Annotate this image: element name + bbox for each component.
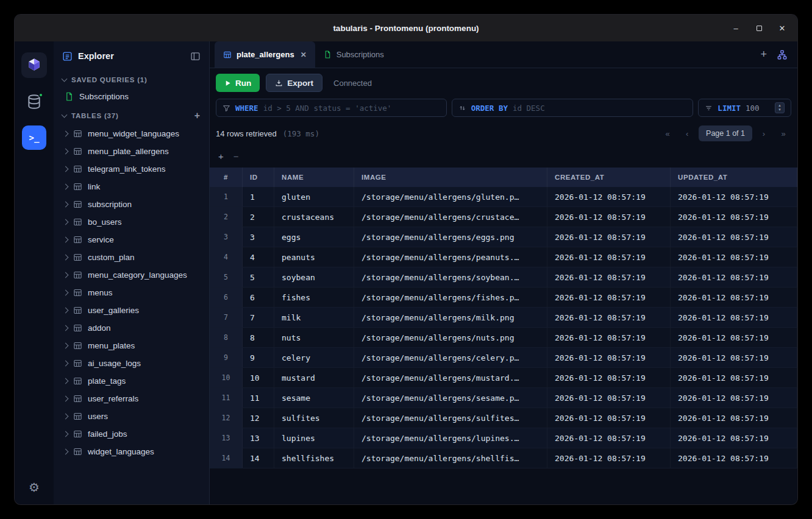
cell-name[interactable]: soybean — [274, 267, 354, 287]
table-item[interactable]: menu_plates — [54, 337, 209, 355]
cell-updated-at[interactable]: 2026-01-12 08:57:19 — [671, 247, 797, 267]
cell-image[interactable]: /storage/menu/allergens/gluten.p… — [354, 187, 547, 207]
cell-id[interactable]: 6 — [243, 288, 274, 307]
column-header-created-at[interactable]: CREATED_AT — [547, 168, 671, 187]
row-number[interactable]: 14 — [210, 448, 243, 468]
cell-image[interactable]: /storage/menu/allergens/celery.p… — [354, 348, 547, 367]
limit-stepper[interactable]: ▲▼ — [775, 102, 785, 113]
table-item[interactable]: menu_category_languages — [54, 266, 209, 284]
table-item[interactable]: widget_languages — [54, 443, 209, 461]
cell-updated-at[interactable]: 2026-01-12 08:57:19 — [671, 368, 797, 387]
last-page-button[interactable]: » — [775, 125, 791, 141]
column-header-image[interactable]: IMAGE — [354, 168, 547, 187]
close-button[interactable]: ✕ — [778, 24, 786, 32]
table-row[interactable]: 12 12 sulfites /storage/menu/allergens/s… — [210, 408, 797, 428]
cell-updated-at[interactable]: 2026-01-12 08:57:19 — [671, 428, 797, 448]
cell-updated-at[interactable]: 2026-01-12 08:57:19 — [671, 187, 797, 207]
new-tab-button[interactable]: + — [760, 48, 767, 61]
cell-created-at[interactable]: 2026-01-12 08:57:19 — [547, 267, 671, 287]
next-page-button[interactable]: › — [756, 125, 772, 141]
cell-name[interactable]: mustard — [274, 368, 354, 387]
cell-image[interactable]: /storage/menu/allergens/sesame.p… — [354, 388, 547, 408]
row-number[interactable]: 8 — [210, 328, 243, 347]
cell-updated-at[interactable]: 2026-01-12 08:57:19 — [671, 408, 797, 428]
table-item[interactable]: telegram_link_tokens — [54, 160, 209, 178]
schema-icon[interactable] — [777, 49, 788, 60]
export-button[interactable]: Export — [266, 74, 322, 92]
row-number[interactable]: 7 — [210, 308, 243, 327]
cell-created-at[interactable]: 2026-01-12 08:57:19 — [547, 288, 671, 307]
table-item[interactable]: link — [54, 178, 209, 196]
cell-image[interactable]: /storage/menu/allergens/soybean.… — [354, 267, 547, 287]
table-row[interactable]: 3 3 eggs /storage/menu/allergens/eggs.pn… — [210, 227, 797, 247]
saved-queries-section[interactable]: SAVED QUERIES (1) — [54, 71, 209, 88]
table-item[interactable]: user_referrals — [54, 390, 209, 408]
app-logo[interactable] — [21, 52, 47, 78]
row-number[interactable]: 11 — [210, 388, 243, 408]
cell-created-at[interactable]: 2026-01-12 08:57:19 — [547, 207, 671, 227]
cell-updated-at[interactable]: 2026-01-12 08:57:19 — [671, 207, 797, 227]
cell-image[interactable]: /storage/menu/allergens/crustace… — [354, 207, 547, 227]
column-header-name[interactable]: NAME — [274, 168, 354, 187]
cell-id[interactable]: 14 — [243, 448, 274, 468]
table-item[interactable]: menus — [54, 284, 209, 302]
row-number[interactable]: 3 — [210, 227, 243, 247]
tables-section[interactable]: TABLES (37) + — [54, 105, 209, 125]
table-row[interactable]: 4 4 peanuts /storage/menu/allergens/pean… — [210, 247, 797, 267]
table-item[interactable]: ai_usage_logs — [54, 355, 209, 372]
where-input[interactable] — [263, 104, 440, 113]
cell-created-at[interactable]: 2026-01-12 08:57:19 — [547, 368, 671, 387]
row-number[interactable]: 2 — [210, 207, 243, 227]
cell-image[interactable]: /storage/menu/allergens/fishes.p… — [354, 288, 547, 307]
cell-id[interactable]: 8 — [243, 328, 274, 347]
table-row[interactable]: 9 9 celery /storage/menu/allergens/celer… — [210, 348, 797, 368]
tab-plate-allergens[interactable]: plate_allergens ✕ — [215, 41, 315, 68]
cell-image[interactable]: /storage/menu/allergens/mustard.… — [354, 368, 547, 387]
cell-updated-at[interactable]: 2026-01-12 08:57:19 — [671, 348, 797, 367]
row-number[interactable]: 6 — [210, 288, 243, 307]
row-number[interactable]: 5 — [210, 267, 243, 287]
minimize-button[interactable]: – — [732, 24, 740, 32]
cell-updated-at[interactable]: 2026-01-12 08:57:19 — [671, 448, 797, 468]
table-row[interactable]: 8 8 nuts /storage/menu/allergens/nuts.pn… — [210, 328, 797, 348]
add-row-button[interactable]: + — [218, 151, 224, 161]
row-number[interactable]: 10 — [210, 368, 243, 387]
table-item[interactable]: plate_tags — [54, 372, 209, 390]
row-number[interactable]: 4 — [210, 247, 243, 267]
cell-created-at[interactable]: 2026-01-12 08:57:19 — [547, 227, 671, 247]
close-tab-icon[interactable]: ✕ — [301, 51, 307, 59]
table-row[interactable]: 2 2 crustaceans /storage/menu/allergens/… — [210, 207, 797, 227]
row-number[interactable]: 1 — [210, 187, 243, 207]
prev-page-button[interactable]: ‹ — [679, 125, 695, 141]
row-number[interactable]: 12 — [210, 408, 243, 428]
cell-name[interactable]: eggs — [274, 227, 354, 247]
cell-id[interactable]: 12 — [243, 408, 274, 428]
cell-created-at[interactable]: 2026-01-12 08:57:19 — [547, 428, 671, 448]
tab-subscriptions[interactable]: Subscriptions — [315, 41, 393, 68]
cell-name[interactable]: celery — [274, 348, 354, 367]
cell-created-at[interactable]: 2026-01-12 08:57:19 — [547, 187, 671, 207]
cell-id[interactable]: 2 — [243, 207, 274, 227]
cell-id[interactable]: 1 — [243, 187, 274, 207]
cell-name[interactable]: fishes — [274, 288, 354, 307]
cell-created-at[interactable]: 2026-01-12 08:57:19 — [547, 308, 671, 327]
column-header-id[interactable]: ID — [243, 168, 274, 187]
cell-created-at[interactable]: 2026-01-12 08:57:19 — [547, 247, 671, 267]
first-page-button[interactable]: « — [660, 125, 675, 141]
maximize-button[interactable] — [755, 24, 763, 32]
cell-created-at[interactable]: 2026-01-12 08:57:19 — [547, 388, 671, 408]
table-item[interactable]: bo_users — [54, 213, 209, 231]
cell-name[interactable]: milk — [274, 308, 354, 327]
order-by-input[interactable] — [513, 104, 686, 113]
cell-name[interactable]: crustaceans — [274, 207, 354, 227]
connections-button[interactable] — [26, 94, 42, 110]
table-item[interactable]: custom_plan — [54, 249, 209, 266]
cell-updated-at[interactable]: 2026-01-12 08:57:19 — [671, 308, 797, 327]
table-item[interactable]: subscription — [54, 196, 209, 213]
cell-created-at[interactable]: 2026-01-12 08:57:19 — [547, 348, 671, 367]
table-item[interactable]: addon — [54, 319, 209, 337]
table-item[interactable]: menu_widget_languages — [54, 125, 209, 143]
cell-image[interactable]: /storage/menu/allergens/sulfites… — [354, 408, 547, 428]
cell-name[interactable]: shellfishes — [274, 448, 354, 468]
run-button[interactable]: Run — [216, 74, 260, 92]
